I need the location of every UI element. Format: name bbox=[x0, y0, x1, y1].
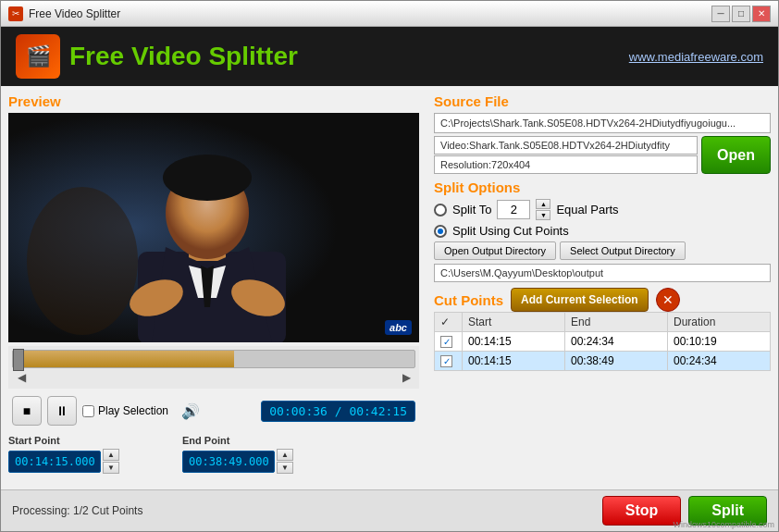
website-link[interactable]: www.mediafreeware.com bbox=[629, 50, 763, 64]
split-to-radio[interactable] bbox=[434, 204, 447, 217]
split-cut-row: Split Using Cut Points bbox=[434, 224, 771, 238]
main-window: ✂ Free Video Splitter ─ □ ✕ 🎬 Free Video… bbox=[0, 0, 779, 532]
split-cut-radio[interactable] bbox=[434, 225, 447, 238]
title-bar: ✂ Free Video Splitter ─ □ ✕ bbox=[1, 1, 778, 27]
timeline-area: ◀ ▶ bbox=[8, 346, 419, 389]
pause-button[interactable]: ⏸ bbox=[47, 396, 77, 426]
col-duration: Duration bbox=[668, 313, 771, 332]
start-point-input[interactable]: 00:14:15.000 bbox=[8, 451, 101, 473]
cut-points-section: Cut Points Add Current Selection ✕ ✓ Sta… bbox=[434, 288, 771, 371]
controls-row: ■ ⏸ Play Selection 🔊 00:00:36 / 00:42:15 bbox=[8, 394, 419, 427]
split-cut-label: Split Using Cut Points bbox=[452, 224, 569, 238]
preview-label: Preview bbox=[8, 93, 419, 109]
end-point-up[interactable]: ▲ bbox=[277, 449, 293, 461]
minimize-button[interactable]: ─ bbox=[711, 6, 730, 22]
delete-button[interactable]: ✕ bbox=[656, 288, 680, 312]
output-path: C:\Users\M.Qayyum\Desktop\output bbox=[434, 264, 771, 282]
row2-start: 00:14:15 bbox=[463, 352, 565, 371]
close-button[interactable]: ✕ bbox=[752, 6, 771, 22]
split-to-row: Split To ▲ ▼ Equal Parts bbox=[434, 199, 771, 220]
timeline-progress bbox=[13, 351, 234, 367]
timeline-left-arrow[interactable]: ◀ bbox=[14, 370, 29, 385]
app-header: 🎬 Free Video Splitter www.mediafreeware.… bbox=[1, 27, 778, 86]
start-point-down[interactable]: ▼ bbox=[103, 462, 119, 474]
end-point-group: End Point 00:38:49.000 ▲ ▼ bbox=[182, 435, 293, 474]
open-button[interactable]: Open bbox=[701, 136, 771, 174]
stop-button[interactable]: ■ bbox=[12, 396, 42, 426]
end-point-down[interactable]: ▼ bbox=[277, 462, 293, 474]
row2-checkbox[interactable] bbox=[440, 355, 452, 367]
table-row: 00:14:15 00:24:34 00:10:19 bbox=[435, 332, 771, 352]
end-point-input[interactable]: 00:38:49.000 bbox=[182, 451, 275, 473]
abc-logo: abc bbox=[385, 320, 412, 335]
app-logo: 🎬 Free Video Splitter bbox=[16, 34, 298, 79]
source-info-col: Video:Shark.Tank.S05E08.HDTVx264-2HDiuty… bbox=[434, 136, 698, 174]
col-end: End bbox=[565, 313, 668, 332]
window-controls: ─ □ ✕ bbox=[711, 6, 771, 22]
start-point-input-row: 00:14:15.000 ▲ ▼ bbox=[8, 449, 119, 474]
equal-parts-label: Equal Parts bbox=[556, 203, 618, 217]
row2-check[interactable] bbox=[435, 352, 463, 371]
row1-check[interactable] bbox=[435, 332, 463, 352]
source-file-section: Source File C:\Projects\Shark.Tank.S05E0… bbox=[434, 93, 771, 174]
processing-text: Processing: 1/2 Cut Points bbox=[12, 504, 142, 517]
row1-checkbox[interactable] bbox=[440, 336, 452, 348]
video-info: Video:Shark.Tank.S05E08.HDTVx264-2HDiuty… bbox=[434, 136, 698, 155]
right-panel: Source File C:\Projects\Shark.Tank.S05E0… bbox=[427, 86, 778, 489]
timeline-arrows: ◀ ▶ bbox=[12, 370, 415, 385]
start-point-spinners: ▲ ▼ bbox=[103, 449, 119, 474]
start-point-up[interactable]: ▲ bbox=[103, 449, 119, 461]
split-options-section: Split Options Split To ▲ ▼ Equal Parts S… bbox=[434, 179, 771, 282]
timeline-right-arrow[interactable]: ▶ bbox=[399, 370, 414, 385]
svg-point-2 bbox=[27, 187, 138, 335]
row2-duration: 00:24:34 bbox=[668, 352, 771, 371]
split-to-up[interactable]: ▲ bbox=[536, 199, 550, 209]
bottom-bar: Processing: 1/2 Cut Points Stop Split Wi… bbox=[1, 489, 778, 531]
cut-points-table: ✓ Start End Duration 00:14:15 00:24:34 0… bbox=[434, 312, 771, 371]
resolution-info: Resolution:720x404 bbox=[434, 155, 698, 174]
timeline-thumb[interactable] bbox=[13, 349, 24, 371]
start-point-label: Start Point bbox=[8, 435, 119, 446]
split-options-title: Split Options bbox=[434, 179, 771, 195]
split-to-input[interactable] bbox=[497, 200, 530, 219]
end-point-input-row: 00:38:49.000 ▲ ▼ bbox=[182, 449, 293, 474]
row2-end: 00:38:49 bbox=[565, 352, 668, 371]
split-to-down[interactable]: ▼ bbox=[536, 210, 550, 220]
add-current-selection-button[interactable]: Add Current Selection bbox=[511, 288, 649, 312]
row1-duration: 00:10:19 bbox=[668, 332, 771, 352]
points-row: Start Point 00:14:15.000 ▲ ▼ End Point 0… bbox=[8, 435, 419, 474]
main-content: Preview bbox=[1, 86, 778, 489]
left-panel: Preview bbox=[1, 86, 427, 489]
logo-icon: 🎬 bbox=[16, 34, 60, 79]
open-output-dir-button[interactable]: Open Output Directory bbox=[434, 241, 556, 260]
split-to-spinners: ▲ ▼ bbox=[536, 199, 550, 220]
dir-row: Open Output Directory Select Output Dire… bbox=[434, 241, 771, 260]
select-output-dir-button[interactable]: Select Output Directory bbox=[560, 241, 686, 260]
play-selection-label: Play Selection bbox=[98, 404, 168, 417]
volume-icon[interactable]: 🔊 bbox=[181, 402, 200, 420]
maximize-button[interactable]: □ bbox=[732, 6, 750, 22]
time-display: 00:00:36 / 00:42:15 bbox=[261, 401, 415, 422]
row1-end: 00:24:34 bbox=[565, 332, 668, 352]
split-to-label: Split To bbox=[452, 203, 491, 217]
col-check: ✓ bbox=[435, 313, 463, 332]
play-selection-check[interactable]: Play Selection bbox=[82, 404, 168, 417]
total-time: 00:42:15 bbox=[349, 404, 407, 418]
cut-table-head: ✓ Start End Duration bbox=[435, 313, 771, 332]
svg-point-6 bbox=[163, 155, 252, 201]
source-row: Video:Shark.Tank.S05E08.HDTVx264-2HDiuty… bbox=[434, 136, 771, 174]
cut-points-header: Cut Points Add Current Selection ✕ bbox=[434, 288, 771, 312]
source-file-path: C:\Projects\Shark.Tank.S05E08.HDTVx264-2… bbox=[434, 113, 771, 133]
watermark: Windows10compatible.com bbox=[673, 520, 774, 529]
play-selection-checkbox[interactable] bbox=[82, 405, 94, 417]
app-icon: ✂ bbox=[8, 6, 23, 21]
start-point-group: Start Point 00:14:15.000 ▲ ▼ bbox=[8, 435, 119, 474]
cut-table-header-row: ✓ Start End Duration bbox=[435, 313, 771, 332]
table-row: 00:14:15 00:38:49 00:24:34 bbox=[435, 352, 771, 371]
timeline-bar[interactable] bbox=[12, 350, 415, 368]
stop-split-button[interactable]: Stop bbox=[602, 496, 682, 526]
cut-table-body: 00:14:15 00:24:34 00:10:19 00:14:15 00:3… bbox=[435, 332, 771, 371]
video-placeholder: abc bbox=[8, 113, 419, 342]
source-file-title: Source File bbox=[434, 93, 771, 109]
title-bar-text: Free Video Splitter bbox=[29, 7, 711, 20]
